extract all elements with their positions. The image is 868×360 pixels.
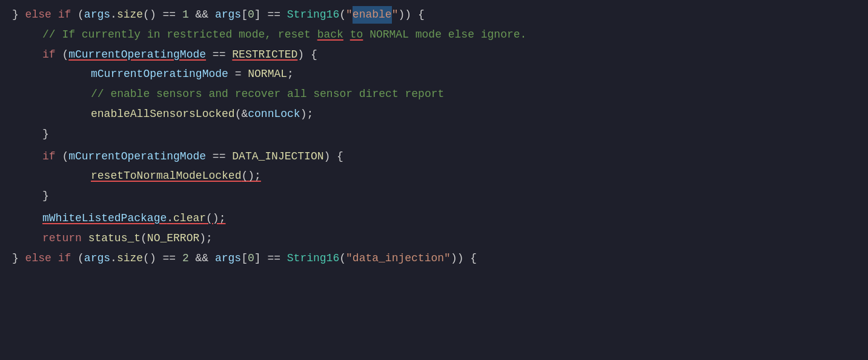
code-token: } <box>42 125 49 143</box>
code-token: 2 <box>182 250 189 267</box>
code-line-11: mWhiteListedPackage.clear(); <box>0 208 868 228</box>
code-token: return <box>42 230 82 247</box>
code-token: 1 <box>182 6 189 24</box>
code-token: enableAllSensorsLocked <box>91 105 235 123</box>
code-token: args <box>84 250 110 267</box>
code-token-underlined: mCurrentOperatingMode <box>68 46 206 64</box>
code-token: ( <box>71 6 84 24</box>
code-token: [ <box>241 250 248 267</box>
code-token <box>51 250 58 267</box>
code-token: ( <box>56 148 69 165</box>
code-token: && <box>189 6 215 24</box>
code-editor: } else if (args.size() == 1 && args[0] =… <box>0 0 868 360</box>
code-token: if <box>58 6 71 24</box>
code-token: size <box>117 250 143 267</box>
code-token: "data_injection" <box>346 250 451 267</box>
code-comment-back: back <box>317 26 343 44</box>
code-token: size <box>117 6 143 24</box>
code-token-underlined: clear <box>173 210 206 227</box>
code-token: ( <box>339 250 346 267</box>
code-token-underlined: (); <box>206 210 225 227</box>
code-line-7: } <box>0 124 868 144</box>
code-token: ] == <box>254 6 287 24</box>
code-line-1: } else if (args.size() == 1 && args[0] =… <box>0 5 868 25</box>
code-token-highlighted: enable <box>353 6 392 24</box>
code-token: NORMAL <box>248 65 287 83</box>
code-token: () == <box>143 250 182 267</box>
code-token: " <box>346 6 353 24</box>
code-token-underlined: resetToNormalModeLocked <box>91 167 241 185</box>
code-line-9: resetToNormalModeLocked(); <box>0 166 868 186</box>
code-token: DATA_INJECTION <box>232 148 323 165</box>
code-token <box>82 230 88 247</box>
code-token: 0 <box>248 250 254 267</box>
code-token: == <box>206 148 232 165</box>
code-comment: // If currently in restricted mode, rese… <box>42 26 317 44</box>
code-token: == <box>206 46 232 64</box>
code-token: ) { <box>297 46 317 64</box>
code-token: )) { <box>451 250 477 267</box>
code-line-10: } <box>0 186 868 206</box>
code-token: args <box>215 250 241 267</box>
code-token: mCurrentOperatingMode <box>68 148 206 165</box>
code-token: args <box>215 6 241 24</box>
code-token-underlined: RESTRICTED <box>232 46 297 64</box>
code-token: } <box>12 250 25 267</box>
code-token: . <box>110 250 117 267</box>
code-token: ); <box>199 230 213 247</box>
code-line-8: if (mCurrentOperatingMode == DATA_INJECT… <box>0 147 868 167</box>
code-line-4: mCurrentOperatingMode = NORMAL; <box>0 64 868 84</box>
code-comment: NORMAL mode else ignore. <box>363 26 526 44</box>
code-token: " <box>392 6 399 24</box>
code-line-12: return status_t(NO_ERROR); <box>0 228 868 248</box>
code-token: if <box>58 250 71 267</box>
code-token-underlined: (); <box>241 167 260 185</box>
code-token: [ <box>241 6 248 24</box>
code-token: ( <box>141 230 147 247</box>
code-comment: // enable sensors and recover all sensor… <box>91 85 444 103</box>
code-token: ( <box>71 250 84 267</box>
code-token: else <box>25 6 51 24</box>
code-line-6: enableAllSensorsLocked(&connLock); <box>0 104 868 124</box>
code-token: (& <box>235 105 248 123</box>
code-token: ( <box>339 6 346 24</box>
code-token: ); <box>300 105 314 123</box>
code-token: ( <box>56 46 69 64</box>
code-token: NO_ERROR <box>147 230 199 247</box>
code-line-2: // If currently in restricted mode, rese… <box>0 25 868 45</box>
code-token: if <box>42 148 56 165</box>
code-token: ) { <box>324 148 343 165</box>
code-token: () == <box>143 6 182 24</box>
code-comment-to: to <box>350 26 363 44</box>
code-token-underlined: . <box>167 210 173 227</box>
code-line-5: // enable sensors and recover all sensor… <box>0 84 868 104</box>
code-token: && <box>189 250 215 267</box>
code-token: String16 <box>287 250 339 267</box>
code-token: connLock <box>248 105 300 123</box>
code-token: = <box>228 65 248 83</box>
code-line-3: if (mCurrentOperatingMode == RESTRICTED)… <box>0 45 868 65</box>
code-line-13: } else if (args.size() == 2 && args[0] =… <box>0 248 868 268</box>
code-token: } <box>12 6 25 24</box>
code-token <box>51 6 58 24</box>
code-token: )) { <box>398 6 424 24</box>
code-token: else <box>25 250 51 267</box>
code-token: ] == <box>254 250 287 267</box>
code-token-underlined: mWhiteListedPackage <box>42 210 167 227</box>
code-token: status_t <box>88 230 141 247</box>
code-token: ; <box>287 65 294 83</box>
code-token: String16 <box>287 6 339 24</box>
code-token: } <box>42 187 49 205</box>
code-comment <box>343 26 350 44</box>
code-token: args <box>84 6 110 24</box>
code-token: . <box>110 6 117 24</box>
code-token: 0 <box>248 6 254 24</box>
code-token: if <box>42 46 56 64</box>
code-token: mCurrentOperatingMode <box>91 65 228 83</box>
